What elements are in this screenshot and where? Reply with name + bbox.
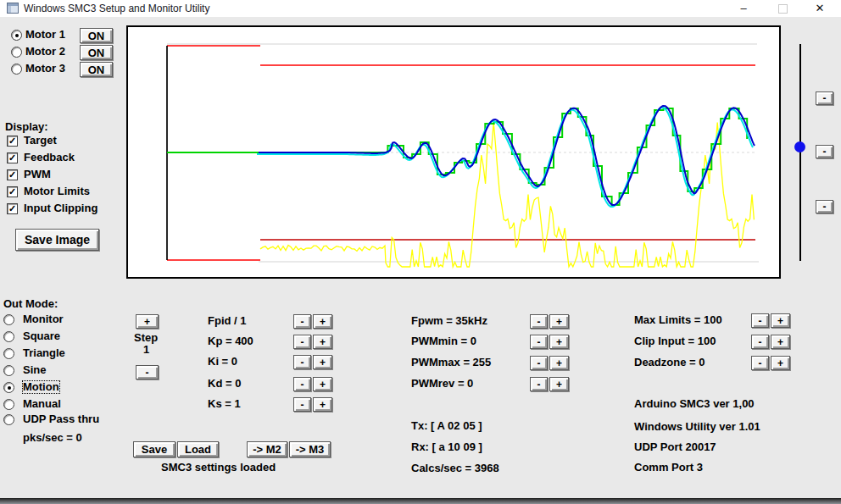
- motor-1-on-button[interactable]: ON: [80, 28, 113, 43]
- ki-label: Ki = 0: [208, 356, 237, 368]
- kp-label: Kp = 400: [208, 335, 253, 347]
- feedback-label: Feedback: [24, 152, 75, 163]
- rx-value: Rx: [ a 10 09 ]: [411, 441, 482, 453]
- pks-per-sec-value: pks/sec = 0: [23, 432, 82, 444]
- slider-upper-minus-button[interactable]: -: [816, 91, 833, 105]
- kd-minus-button[interactable]: -: [293, 377, 311, 391]
- pwmrev-minus-button[interactable]: -: [530, 377, 548, 391]
- slider-middle-minus-button[interactable]: -: [816, 145, 833, 158]
- motor-1-label: Motor 1: [25, 29, 65, 41]
- radio-triangle[interactable]: [3, 348, 14, 359]
- max-limits-label: Max Limits = 100: [634, 314, 722, 326]
- monitor-label: Monitor: [23, 313, 64, 325]
- kd-label: Kd = 0: [208, 378, 241, 390]
- fpid-minus-button[interactable]: -: [293, 314, 311, 329]
- max-limits-minus-button[interactable]: -: [751, 313, 769, 328]
- step-value: 1: [143, 344, 149, 356]
- step-label: Step: [134, 332, 158, 344]
- fpid-plus-button[interactable]: +: [313, 314, 332, 329]
- slider-lower-minus-button[interactable]: -: [816, 200, 833, 213]
- display-label: Display:: [5, 121, 48, 133]
- motor-limits-label: Motor Limits: [24, 186, 90, 197]
- radio-motor-1[interactable]: [11, 30, 22, 41]
- motor-2-on-button[interactable]: ON: [80, 45, 113, 60]
- utility-version: Windows Utility ver 1.01: [634, 421, 760, 433]
- pwmmax-minus-button[interactable]: -: [530, 356, 548, 370]
- deadzone-label: Deadzone = 0: [634, 357, 705, 368]
- maximize-button[interactable]: [766, 0, 799, 17]
- deadzone-minus-button[interactable]: -: [751, 356, 769, 370]
- arduino-version: Arduino SMC3 ver 1,00: [634, 398, 755, 410]
- fpwm-minus-button[interactable]: -: [530, 314, 548, 329]
- kp-minus-button[interactable]: -: [293, 335, 311, 349]
- ki-minus-button[interactable]: -: [293, 355, 311, 369]
- radio-motion[interactable]: [3, 382, 14, 393]
- position-slider-track[interactable]: [799, 44, 801, 261]
- maximize-icon: [778, 4, 788, 14]
- pwmmin-plus-button[interactable]: +: [549, 335, 569, 349]
- checkbox-motor-limits[interactable]: ✓: [7, 186, 18, 197]
- clip-input-label: Clip Input = 100: [634, 335, 716, 347]
- scope-chart: [126, 25, 781, 279]
- fpid-label: Fpid / 1: [208, 315, 247, 327]
- checkbox-target[interactable]: ✓: [7, 136, 18, 147]
- pwmrev-plus-button[interactable]: +: [549, 377, 569, 391]
- radio-monitor[interactable]: [3, 314, 14, 325]
- radio-manual[interactable]: [3, 399, 14, 410]
- radio-sine[interactable]: [3, 365, 14, 376]
- copy-to-m2-button[interactable]: -> M2: [247, 441, 287, 457]
- radio-udp-pass-thru[interactable]: [3, 414, 14, 425]
- ks-minus-button[interactable]: -: [293, 397, 311, 412]
- pwmmin-label: PWMmin = 0: [411, 335, 476, 347]
- radio-motor-3[interactable]: [11, 64, 22, 75]
- radio-motor-2[interactable]: [11, 47, 22, 58]
- title-bar: Windows SMC3 Setup and Monitor Utility –…: [0, 0, 841, 17]
- step-minus-button[interactable]: -: [136, 365, 159, 379]
- pwmmax-plus-button[interactable]: +: [549, 356, 569, 370]
- load-button[interactable]: Load: [177, 441, 219, 457]
- fpwm-plus-button[interactable]: +: [549, 314, 569, 329]
- square-label: Square: [23, 330, 60, 342]
- checkbox-feedback[interactable]: ✓: [7, 152, 18, 163]
- motor-3-label: Motor 3: [25, 63, 65, 75]
- ki-plus-button[interactable]: +: [313, 355, 332, 369]
- pwm-label: PWM: [24, 169, 51, 180]
- chart-svg: [128, 27, 779, 274]
- kd-plus-button[interactable]: +: [313, 377, 332, 391]
- triangle-label: Triangle: [23, 347, 65, 359]
- copy-to-m3-button[interactable]: -> M3: [289, 441, 331, 457]
- save-image-button[interactable]: Save Image: [15, 229, 99, 251]
- clip-input-plus-button[interactable]: +: [771, 335, 790, 349]
- input-clipping-label: Input Clipping: [24, 202, 97, 214]
- pwmmin-minus-button[interactable]: -: [530, 335, 548, 349]
- tx-value: Tx: [ A 02 05 ]: [411, 420, 482, 432]
- comm-port: Comm Port 3: [634, 462, 703, 474]
- deadzone-plus-button[interactable]: +: [771, 356, 790, 370]
- pwmrev-label: PWMrev = 0: [411, 378, 473, 390]
- kp-plus-button[interactable]: +: [313, 335, 332, 349]
- max-limits-plus-button[interactable]: +: [771, 313, 790, 328]
- step-plus-button[interactable]: +: [136, 314, 159, 329]
- ks-plus-button[interactable]: +: [313, 397, 332, 412]
- manual-label: Manual: [23, 398, 61, 410]
- target-label: Target: [24, 135, 57, 147]
- close-button[interactable]: ✕: [802, 0, 838, 17]
- checkbox-input-clipping[interactable]: ✓: [7, 203, 18, 214]
- window-bottom-edge: [0, 498, 841, 504]
- udp-pass-thru-label: UDP Pass thru: [23, 413, 99, 425]
- app-icon: [7, 3, 19, 14]
- settings-status: SMC3 settings loaded: [161, 462, 276, 474]
- motor-2-label: Motor 2: [25, 46, 65, 58]
- clip-input-minus-button[interactable]: -: [751, 335, 769, 349]
- pwmmax-label: PWMmax = 255: [411, 357, 491, 368]
- window-title: Windows SMC3 Setup and Monitor Utility: [24, 3, 209, 14]
- udp-port: UDP Port 20017: [634, 441, 716, 453]
- sine-label: Sine: [23, 364, 46, 376]
- motion-label: Motion: [23, 381, 59, 393]
- position-slider-handle[interactable]: [794, 141, 805, 152]
- save-button[interactable]: Save: [133, 441, 175, 457]
- motor-3-on-button[interactable]: ON: [80, 62, 113, 77]
- minimize-button[interactable]: –: [727, 0, 760, 17]
- checkbox-pwm[interactable]: ✓: [7, 169, 18, 180]
- radio-square[interactable]: [3, 331, 14, 342]
